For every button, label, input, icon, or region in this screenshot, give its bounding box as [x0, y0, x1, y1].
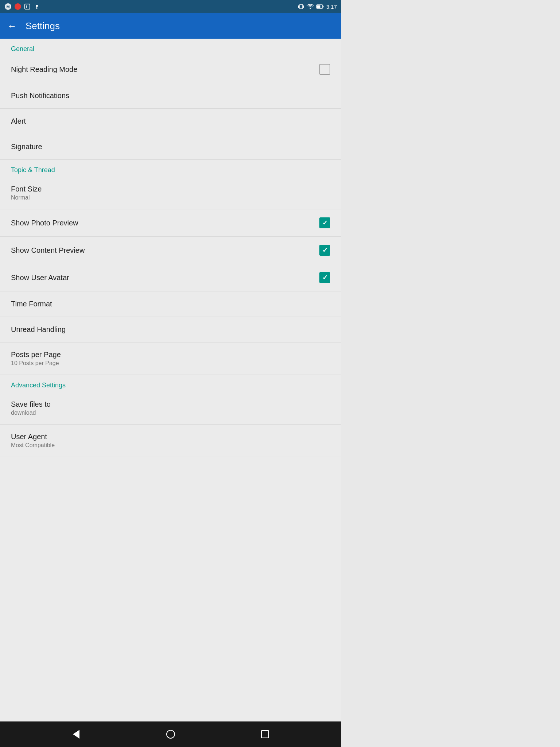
checkbox-show-photo-preview[interactable]	[319, 217, 330, 228]
svg-rect-14	[323, 6, 323, 8]
setting-item-label-show-photo-preview: Show Photo Preview	[11, 219, 78, 227]
setting-item-sublabel-posts-per-page: 10 Posts per Page	[11, 360, 61, 367]
section-header-general: General	[0, 39, 341, 56]
setting-item-sublabel-user-agent: Most Compatible	[11, 442, 55, 449]
svg-rect-13	[317, 5, 320, 8]
settings-content: GeneralNight Reading ModePush Notificati…	[0, 39, 341, 721]
vibrate-icon	[298, 3, 304, 10]
status-time: 3:17	[326, 4, 337, 10]
setting-item-user-agent[interactable]: User AgentMost Compatible	[0, 425, 341, 457]
app-bar: ← Settings	[0, 13, 341, 39]
checkbox-night-reading-mode[interactable]	[319, 64, 330, 75]
setting-item-label-show-user-avatar: Show User Avatar	[11, 274, 69, 282]
setting-item-label-alert: Alert	[11, 117, 26, 125]
checkbox-show-content-preview[interactable]	[319, 245, 330, 256]
setting-item-signature[interactable]: Signature	[0, 134, 341, 160]
setting-item-label-night-reading-mode: Night Reading Mode	[11, 65, 77, 74]
section-header-advanced-settings: Advanced Settings	[0, 375, 341, 392]
setting-item-sublabel-save-files-to: download	[11, 410, 51, 416]
svg-point-2	[15, 3, 21, 10]
setting-item-push-notifications[interactable]: Push Notifications	[0, 83, 341, 109]
setting-item-text-push-notifications: Push Notifications	[11, 92, 69, 100]
status-bar-left-icons: M	[4, 3, 40, 10]
nav-recent-button[interactable]	[258, 727, 272, 742]
setting-item-label-user-agent: User Agent	[11, 433, 55, 441]
setting-item-label-time-format: Time Format	[11, 300, 52, 308]
back-button[interactable]: ←	[7, 20, 17, 32]
setting-item-text-font-size: Font SizeNormal	[11, 185, 42, 201]
setting-item-text-show-content-preview: Show Content Preview	[11, 246, 85, 255]
setting-item-text-show-photo-preview: Show Photo Preview	[11, 219, 78, 227]
setting-item-label-push-notifications: Push Notifications	[11, 92, 69, 100]
setting-item-time-format[interactable]: Time Format	[0, 291, 341, 317]
setting-item-text-show-user-avatar: Show User Avatar	[11, 274, 69, 282]
setting-item-night-reading-mode[interactable]: Night Reading Mode	[0, 56, 341, 83]
setting-item-label-show-content-preview: Show Content Preview	[11, 246, 85, 255]
setting-item-text-time-format: Time Format	[11, 300, 52, 308]
setting-item-text-signature: Signature	[11, 143, 42, 151]
checkbox-show-user-avatar[interactable]	[319, 272, 330, 283]
app-bar-title: Settings	[26, 20, 60, 32]
setting-item-posts-per-page[interactable]: Posts per Page10 Posts per Page	[0, 342, 341, 375]
setting-item-text-unread-handling: Unread Handling	[11, 325, 66, 334]
svg-point-11	[310, 8, 311, 9]
svg-rect-8	[300, 4, 303, 9]
setting-item-label-signature: Signature	[11, 143, 42, 151]
setting-item-show-photo-preview[interactable]: Show Photo Preview	[0, 209, 341, 237]
setting-item-label-posts-per-page: Posts per Page	[11, 351, 61, 359]
setting-item-font-size[interactable]: Font SizeNormal	[0, 177, 341, 209]
battery-icon	[316, 4, 324, 9]
section-header-topic-thread: Topic & Thread	[0, 160, 341, 177]
nav-home-button[interactable]	[163, 727, 178, 742]
setting-item-text-night-reading-mode: Night Reading Mode	[11, 65, 77, 74]
app-icon-3	[24, 3, 31, 10]
setting-item-save-files-to[interactable]: Save files todownload	[0, 392, 341, 425]
setting-item-sublabel-font-size: Normal	[11, 194, 42, 201]
setting-item-text-alert: Alert	[11, 117, 26, 125]
setting-item-unread-handling[interactable]: Unread Handling	[0, 317, 341, 342]
wifi-icon	[307, 4, 314, 9]
status-bar: M	[0, 0, 341, 13]
status-bar-right-icons: 3:17	[298, 3, 337, 10]
setting-item-label-unread-handling: Unread Handling	[11, 325, 66, 334]
setting-item-label-save-files-to: Save files to	[11, 400, 51, 409]
app-icon-2	[15, 3, 21, 10]
app-icon-4	[34, 3, 40, 10]
setting-item-text-user-agent: User AgentMost Compatible	[11, 433, 55, 449]
setting-item-show-user-avatar[interactable]: Show User Avatar	[0, 264, 341, 291]
setting-item-text-save-files-to: Save files todownload	[11, 400, 51, 416]
app-icon-1: M	[4, 3, 12, 10]
setting-item-alert[interactable]: Alert	[0, 109, 341, 134]
svg-rect-3	[25, 4, 30, 9]
nav-bar	[0, 721, 341, 747]
setting-item-label-font-size: Font Size	[11, 185, 42, 193]
setting-item-text-posts-per-page: Posts per Page10 Posts per Page	[11, 351, 61, 367]
svg-point-5	[36, 5, 38, 7]
setting-item-show-content-preview[interactable]: Show Content Preview	[0, 237, 341, 264]
svg-text:M: M	[6, 5, 9, 9]
nav-back-button[interactable]	[69, 727, 83, 742]
